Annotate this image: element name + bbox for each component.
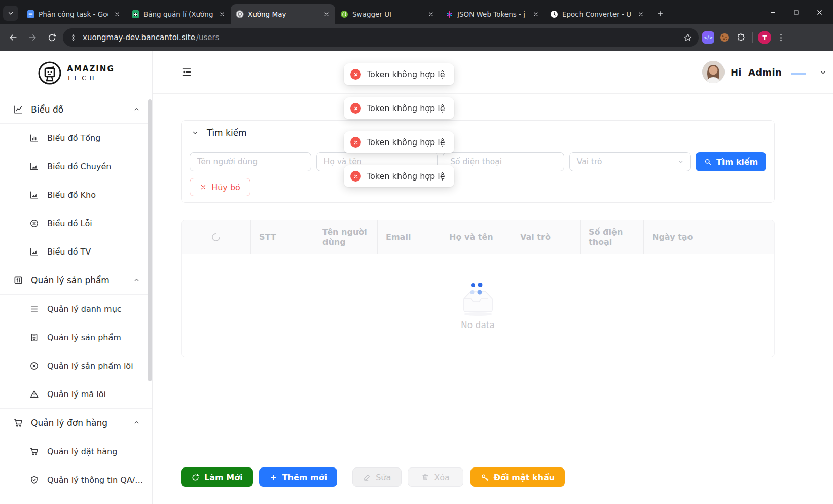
cancel-button[interactable]: Hủy bỏ bbox=[190, 178, 250, 196]
browser-menu-kebab-icon[interactable] bbox=[774, 31, 787, 44]
user-avatar bbox=[702, 61, 725, 83]
greeting-text: Hi bbox=[731, 67, 742, 78]
table-refresh-column[interactable] bbox=[182, 220, 250, 254]
close-icon[interactable] bbox=[636, 10, 645, 19]
browser-profile-avatar[interactable]: T bbox=[758, 31, 771, 44]
error-circle-icon bbox=[350, 137, 361, 148]
spinner-icon bbox=[211, 232, 221, 242]
tab-bang-quan-li[interactable]: Bảng quản lí (Xưởng bbox=[126, 4, 231, 24]
change-password-button[interactable]: Đổi mật khẩu bbox=[470, 467, 565, 487]
forward-button[interactable] bbox=[24, 29, 41, 46]
section-label: Quản lý sản phẩm bbox=[31, 275, 110, 285]
new-tab-button[interactable] bbox=[653, 6, 668, 21]
loading-skeleton-dash bbox=[791, 73, 806, 75]
refresh-button[interactable]: Làm Mới bbox=[181, 467, 253, 487]
warning-triangle-icon bbox=[29, 389, 39, 399]
amazing-tech-logo-icon bbox=[38, 61, 62, 85]
sidebar-item-bieu-do-chuyen[interactable]: Biểu đồ Chuyền bbox=[0, 152, 152, 181]
search-icon bbox=[704, 158, 712, 166]
sidebar-item-quan-ly-san-pham-loi[interactable]: Quản lý sản phẩm lỗi bbox=[0, 351, 152, 380]
sidebar-item-label: Biểu đồ TV bbox=[47, 247, 91, 257]
window-controls bbox=[761, 0, 831, 24]
cart-icon bbox=[13, 418, 23, 428]
app-header: Hi Admin bbox=[153, 51, 833, 94]
role-select-placeholder: Vai trò bbox=[577, 157, 602, 166]
edit-pencil-icon bbox=[363, 473, 371, 481]
close-icon[interactable] bbox=[322, 10, 331, 19]
tab-title: Epoch Converter - U bbox=[562, 10, 632, 18]
close-icon[interactable] bbox=[113, 10, 122, 19]
column-header-username: Tên người dùng bbox=[314, 220, 377, 254]
sidebar-item-bieu-do-tong[interactable]: Biểu đồ Tổng bbox=[0, 124, 152, 152]
sidebar-submenu-bieu-do: Biểu đồ Tổng Biểu đồ Chuyền Biểu đồ Kho … bbox=[0, 123, 152, 266]
trash-icon bbox=[421, 473, 429, 481]
minimize-button[interactable] bbox=[761, 0, 784, 24]
sidebar-section-quan-ly-don-hang[interactable]: Quản lý đơn hàng bbox=[0, 409, 152, 437]
username-search-input[interactable] bbox=[190, 152, 311, 171]
sidebar-item-label: Quản lý sản phẩm lỗi bbox=[47, 361, 133, 371]
toast-message: Token không hợp lệ bbox=[367, 103, 445, 113]
url-path: /users bbox=[196, 33, 220, 42]
error-circle-icon bbox=[350, 103, 361, 114]
chevron-down-icon bbox=[192, 129, 199, 136]
menu-fold-icon bbox=[181, 66, 192, 78]
maximize-button[interactable] bbox=[784, 0, 808, 24]
toast-message: Token không hợp lệ bbox=[367, 137, 445, 147]
bookmark-star-icon[interactable] bbox=[683, 33, 693, 43]
delete-button[interactable]: Xóa bbox=[408, 467, 463, 487]
edit-button[interactable]: Sửa bbox=[352, 467, 402, 487]
phone-search-input[interactable] bbox=[443, 152, 564, 171]
close-icon[interactable] bbox=[218, 10, 227, 19]
close-icon[interactable] bbox=[426, 10, 436, 19]
sidebar-section-bieu-do[interactable]: Biểu đồ bbox=[0, 95, 152, 123]
sidebar-item-bieu-do-tv[interactable]: Biểu đồ TV bbox=[0, 237, 152, 266]
column-header-role: Vai trò bbox=[512, 220, 580, 254]
cookie-extension-icon[interactable] bbox=[718, 31, 731, 44]
tab-epoch-converter[interactable]: Epoch Converter - U bbox=[545, 4, 649, 24]
cart-icon bbox=[29, 447, 39, 456]
close-window-button[interactable] bbox=[808, 0, 831, 24]
sidebar-item-bieu-do-loi[interactable]: Biểu đồ Lỗi bbox=[0, 209, 152, 237]
role-select[interactable]: Vai trò bbox=[569, 152, 691, 171]
close-icon[interactable] bbox=[531, 10, 540, 19]
sidebar-item-quan-ly-dat-hang[interactable]: Quản lý đặt hàng bbox=[0, 437, 152, 465]
sidebar-section-quan-ly-san-pham[interactable]: Quản lý sản phẩm bbox=[0, 266, 152, 294]
toast-notification: Token không hợp lệ bbox=[344, 131, 454, 153]
search-panel-header[interactable]: Tìm kiếm bbox=[182, 121, 774, 145]
reload-button[interactable] bbox=[44, 29, 60, 46]
extensions-puzzle-icon[interactable] bbox=[734, 31, 747, 44]
change-password-button-label: Đổi mật khẩu bbox=[494, 473, 555, 482]
tab-swagger-ui[interactable]: Swagger UI bbox=[335, 4, 440, 24]
sidebar-item-label: Quản lý thông tin QA/… bbox=[47, 475, 143, 485]
edit-button-label: Sửa bbox=[376, 473, 391, 482]
site-settings-icon[interactable] bbox=[69, 33, 78, 42]
sidebar-item-quan-ly-danh-muc[interactable]: Quản lý danh mục bbox=[0, 295, 152, 323]
code-extension-icon[interactable]: </> bbox=[702, 31, 715, 44]
bar-chart-icon bbox=[29, 133, 39, 143]
sidebar-item-quan-ly-thong-tin-qa[interactable]: Quản lý thông tin QA/… bbox=[0, 465, 152, 494]
sidebar-item-quan-ly-ma-loi[interactable]: Quản lý mã lỗi bbox=[0, 380, 152, 408]
add-new-button[interactable]: Thêm mới bbox=[259, 467, 338, 487]
chevron-down-icon bbox=[7, 10, 14, 17]
tab-search-button[interactable] bbox=[3, 6, 18, 21]
back-button[interactable] bbox=[5, 29, 21, 46]
tab-xuong-may-active[interactable]: Xưởng May bbox=[231, 4, 335, 24]
column-header-stt: STT bbox=[250, 220, 314, 254]
collapse-sidebar-button[interactable] bbox=[180, 65, 193, 79]
section-label: Quản lý đơn hàng bbox=[31, 418, 107, 428]
tab-phan-cong-task[interactable]: Phân công task - Goo bbox=[21, 4, 126, 24]
search-submit-button[interactable]: Tìm kiếm bbox=[696, 152, 766, 171]
url-host: xuongmay-dev.bancantoi.site bbox=[83, 33, 195, 42]
delete-button-label: Xóa bbox=[434, 473, 450, 482]
empty-box-illustration bbox=[455, 281, 501, 317]
refresh-icon bbox=[191, 473, 200, 482]
tab-json-web-tokens[interactable]: JSON Web Tokens - j bbox=[440, 4, 545, 24]
chevron-up-icon bbox=[133, 419, 140, 426]
sidebar-item-quan-ly-san-pham[interactable]: Quản lý sản phẩm bbox=[0, 323, 152, 351]
sidebar-scrollbar[interactable] bbox=[148, 99, 152, 381]
sidebar-item-bieu-do-kho[interactable]: Biểu đồ Kho bbox=[0, 181, 152, 209]
error-circle-icon bbox=[350, 171, 361, 182]
user-menu[interactable]: Hi Admin bbox=[702, 61, 827, 83]
logo-text-line1: AMAZING bbox=[67, 64, 114, 74]
address-bar[interactable]: xuongmay-dev.bancantoi.site/users bbox=[63, 28, 699, 47]
